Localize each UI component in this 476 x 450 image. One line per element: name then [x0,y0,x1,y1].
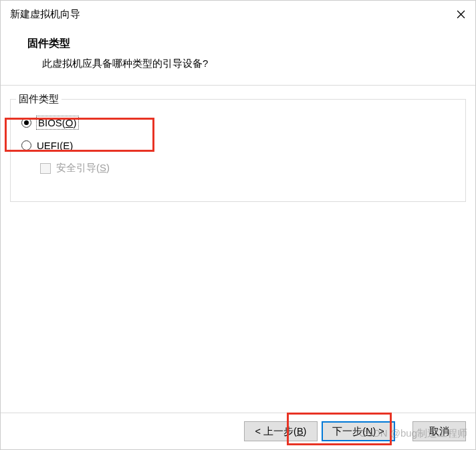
wizard-header: 固件类型 此虚拟机应具备哪种类型的引导设备? [1,27,475,85]
page-heading: 固件类型 [27,37,475,51]
page-subtext: 此虚拟机应具备哪种类型的引导设备? [27,58,475,70]
radio-uefi[interactable]: UEFI(E) [21,140,455,151]
content-area: 固件类型 BIOS(O) UEFI(E) 安全引导(S) [1,86,475,202]
group-legend: 固件类型 [16,93,62,106]
radio-bios[interactable]: BIOS(O) [21,116,455,129]
cancel-button[interactable]: 取消 [412,421,466,441]
close-icon[interactable] [455,9,466,19]
window-title: 新建虚拟机向导 [10,8,80,21]
titlebar: 新建虚拟机向导 [1,1,475,27]
radio-icon [21,118,31,128]
checkbox-secure-boot: 安全引导(S) [40,162,455,175]
next-button[interactable]: 下一步(N) > [322,421,395,441]
checkbox-icon [40,163,51,174]
button-bar: < 上一步(B) 下一步(N) > 取消 [1,413,475,449]
radio-icon [21,140,31,150]
firmware-type-group: 固件类型 BIOS(O) UEFI(E) 安全引导(S) [10,99,466,202]
radio-uefi-label: UEFI(E) [37,140,73,151]
checkbox-secure-boot-label: 安全引导(S) [56,162,110,175]
radio-bios-label: BIOS(O) [37,116,78,129]
back-button[interactable]: < 上一步(B) [244,421,318,441]
